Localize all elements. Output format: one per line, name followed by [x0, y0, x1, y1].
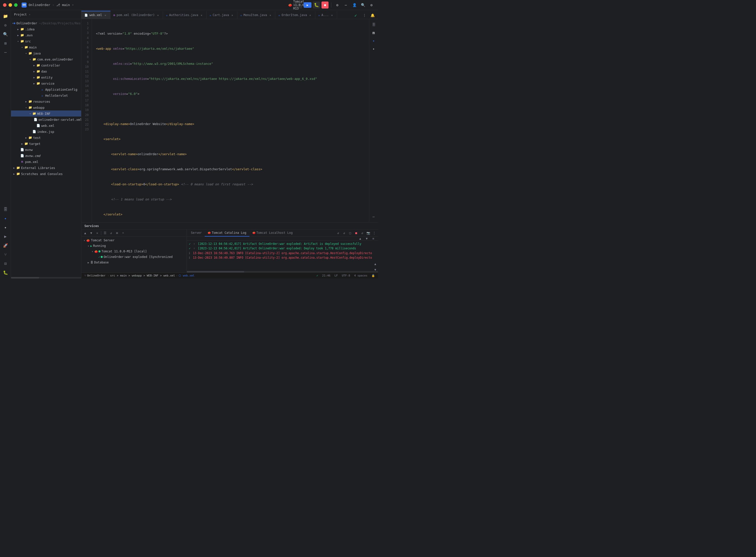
tree-item-external-libs[interactable]: ▶ 📁 External Libraries	[11, 165, 81, 171]
maximize-button[interactable]	[14, 3, 18, 7]
tab-a[interactable]: ☕ A... ✕	[315, 11, 337, 19]
run-button[interactable]: ▶	[304, 2, 312, 8]
log-tab-localhost[interactable]: 🍅 Tomcat Localhost Log	[250, 230, 296, 237]
toolbar-close[interactable]: ✕	[94, 230, 100, 236]
status-line-sep[interactable]: LF	[333, 274, 339, 277]
log-action-search[interactable]: ↺	[359, 230, 365, 236]
log-action-clear[interactable]: □	[347, 230, 353, 236]
tree-item-idea[interactable]: ▶ 📁 .idea	[11, 26, 81, 32]
right-icon-db[interactable]: 🗄	[370, 21, 377, 28]
right-icon-ai[interactable]: ✦	[370, 37, 377, 44]
tab-close-orderitem[interactable]: ✕	[309, 13, 312, 17]
status-indent[interactable]: 4 spaces	[353, 274, 369, 277]
log-content[interactable]: ✓ ⬆ [2023-12-13 04:56:42,017] Artifact O…	[187, 241, 378, 269]
tree-item-root[interactable]: ▾ ◉ OnlineOrder ~/Desktop/Projects/Resta…	[11, 20, 81, 26]
branch-name[interactable]: main	[62, 3, 70, 7]
tree-scrollbar[interactable]	[11, 277, 81, 278]
settings2-button[interactable]: ⚙	[368, 1, 375, 8]
sidebar-icon-ai[interactable]: ✦	[1, 214, 9, 222]
tree-item-target[interactable]: ▶ 📁 target	[11, 141, 81, 147]
service-item-tomcat-local[interactable]: ▾ 🍅 Tomcat 11.0.0-M13 [local]	[81, 248, 186, 254]
tree-item-pomxml[interactable]: ▶ m pom.xml	[11, 159, 81, 165]
tab-authorities[interactable]: ☕ Authorities.java ✕	[163, 11, 206, 19]
tree-item-test[interactable]: ▶ 📁 test	[11, 135, 81, 141]
status-lock[interactable]: 🔒	[371, 274, 376, 277]
sidebar-icon-ai2[interactable]: ✦	[1, 223, 9, 231]
project-name[interactable]: OnlineOrder	[29, 3, 50, 7]
tree-item-resources[interactable]: ▶ 📁 resources	[11, 98, 81, 105]
tab-cart[interactable]: ☕ Cart.java ✕	[206, 11, 237, 19]
sidebar-icon-run[interactable]: ▶	[1, 232, 9, 240]
scroll-down-btn[interactable]: ▼	[373, 267, 378, 272]
status-encoding[interactable]: UTF-8	[341, 274, 351, 277]
more-button[interactable]: ⋯	[342, 1, 349, 8]
toolbar-down[interactable]: ▼	[88, 230, 94, 236]
tab-close-menuitem[interactable]: ✕	[268, 13, 272, 17]
debug-button[interactable]: 🐛	[313, 1, 320, 8]
account-button[interactable]: 👤	[351, 1, 358, 8]
tree-item-servlet-xml[interactable]: ▶ 📄 onlineOrder-servlet.xml	[11, 117, 81, 122]
tree-item-mvnw[interactable]: ▶ 📄 mvnw	[11, 147, 81, 153]
toolbar-layout[interactable]: ⊞	[114, 230, 120, 236]
tree-item-mvnwcmd[interactable]: ▶ 📄 mvnw.cmd	[11, 153, 81, 159]
tree-item-main[interactable]: ▾ 📁 main	[11, 44, 81, 50]
service-item-tomcat-server[interactable]: ▾ 🍅 Tomcat Server	[81, 238, 186, 243]
tree-item-package[interactable]: ▾ 📁 com.eve.onlineOrder	[11, 56, 81, 62]
sidebar-icon-deploy[interactable]: 🚀	[1, 241, 9, 250]
tab-orderitem[interactable]: ☕ OrderItem.java ✕	[275, 11, 315, 19]
right-icon-m[interactable]: m	[370, 29, 377, 36]
log-action-stop[interactable]: ■	[353, 230, 359, 236]
log-action-restart[interactable]: ↺	[335, 230, 341, 236]
log-tab-server[interactable]: Server	[188, 230, 205, 237]
scroll-up-btn[interactable]: ▲	[373, 261, 378, 267]
sidebar-icon-more[interactable]: ⋯	[1, 48, 9, 56]
minimize-button[interactable]	[8, 3, 12, 7]
sidebar-icon-structure[interactable]: ⊞	[1, 39, 9, 47]
tree-item-java[interactable]: ▾ 📁 java	[11, 50, 81, 56]
tree-item-entity[interactable]: ▶ 📁 entity	[11, 74, 81, 80]
sidebar-icon-debug[interactable]: 🐛	[1, 268, 9, 276]
code-editor[interactable]: 12345 678910 1112131415 1617181920 21222…	[81, 19, 369, 222]
toolbar-add[interactable]: ＋	[120, 230, 126, 236]
tree-item-webinf[interactable]: ▾ 📁 WEB-INF	[11, 111, 81, 117]
sidebar-icon-git[interactable]: ⊙	[1, 21, 9, 29]
tab-close-webxml[interactable]: ✕	[104, 13, 107, 17]
log-tab-catalina[interactable]: 🍅 Tomcat Catalina Log	[205, 230, 249, 237]
sidebar-icon-terminal[interactable]: ⊡	[1, 259, 9, 267]
right-icon-ai2[interactable]: ✦	[370, 45, 377, 52]
sidebar-icon-project[interactable]: 📁	[1, 12, 9, 20]
status-checkmark[interactable]: ✓	[316, 274, 319, 277]
tree-item-webxml[interactable]: ▶ 📄 web.xml	[11, 122, 81, 128]
tree-item-scratches[interactable]: ▶ 📁 Scratches and Consoles	[11, 171, 81, 177]
search-button[interactable]: 🔍	[359, 1, 367, 8]
tree-item-service[interactable]: ▶ 📁 service	[11, 80, 81, 86]
right-icon-more[interactable]: ⋯	[370, 213, 377, 220]
sidebar-icon-find[interactable]: 🔍	[1, 30, 9, 38]
toolbar-restart[interactable]: ↺	[108, 230, 114, 236]
tree-item-dao[interactable]: ▶ 📁 dao	[11, 68, 81, 74]
tree-item-controller[interactable]: ▶ 📁 controller	[11, 62, 81, 68]
sidebar-icon-database[interactable]: 🗄	[1, 205, 9, 213]
run-config-selector[interactable]: 🍅 Tomcat 11.0.0-M13 ▾	[295, 1, 302, 8]
tab-close-pomxml[interactable]: ✕	[156, 13, 160, 17]
stop-button[interactable]: ■	[321, 1, 328, 8]
tree-item-webapp[interactable]: ▾ 📁 webapp	[11, 105, 81, 111]
log-action-restart2[interactable]: ↺	[341, 230, 347, 236]
notification-bell[interactable]: 🔔	[369, 12, 376, 19]
tree-item-helloservlet[interactable]: ▶ ☕ HelloServlet	[11, 92, 81, 98]
status-branch-item[interactable]: ⑂ OnlineOrder	[83, 274, 107, 277]
sidebar-icon-git2[interactable]: ⑂	[1, 251, 9, 258]
tab-close-authorities[interactable]: ✕	[200, 13, 203, 17]
tab-close-a[interactable]: ✕	[330, 13, 334, 17]
status-cursor-pos[interactable]: 21:46	[321, 274, 331, 277]
tree-item-src[interactable]: ▾ 📁 src	[11, 38, 81, 44]
settings-button[interactable]: ⚙	[334, 1, 341, 8]
tabs-dropdown[interactable]: ⋮	[361, 12, 368, 19]
toolbar-filter[interactable]: ☰	[102, 230, 108, 236]
tab-webxml[interactable]: 📄 web.xml ✕	[81, 11, 111, 19]
log-scrollbar[interactable]: ▲ ▼	[187, 269, 378, 272]
tab-menuitem[interactable]: ☕ MenuItem.java ✕	[237, 11, 275, 19]
tree-item-indexjsp[interactable]: ▶ 📄 index.jsp	[11, 128, 81, 135]
tab-close-cart[interactable]: ✕	[231, 13, 234, 17]
log-action-more[interactable]: ⋮	[372, 230, 377, 236]
